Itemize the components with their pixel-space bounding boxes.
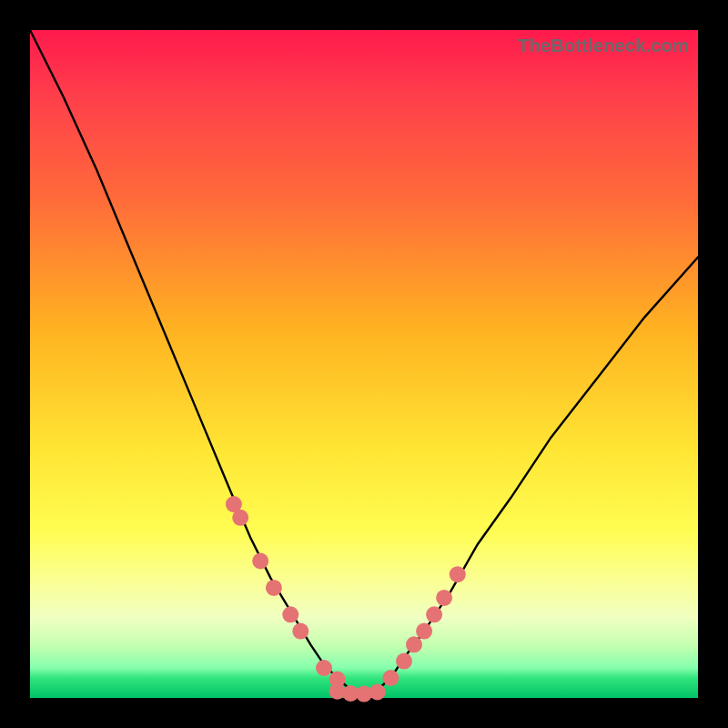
marker-left-dots <box>316 660 332 676</box>
curve-left-arm <box>30 30 364 694</box>
marker-left-dots <box>266 580 282 596</box>
markers-group <box>226 496 466 703</box>
marker-right-dots <box>426 606 442 622</box>
marker-right-dots <box>450 566 466 582</box>
marker-right-dots <box>416 623 432 640</box>
plot-area: TheBottleneck.com <box>30 30 698 698</box>
curve-right-arm <box>364 258 698 695</box>
marker-right-dots <box>406 636 422 652</box>
marker-right-dots <box>436 590 452 606</box>
marker-right-dots <box>382 670 399 686</box>
chart-stage: TheBottleneck.com <box>0 0 728 728</box>
marker-left-dots <box>232 510 248 526</box>
marker-left-dots <box>292 623 308 640</box>
marker-left-dots <box>282 606 298 622</box>
curve-group <box>30 30 698 694</box>
marker-left-dots <box>252 553 268 570</box>
marker-valley-dots <box>369 683 386 700</box>
chart-svg <box>30 30 698 698</box>
marker-right-dots <box>396 653 412 670</box>
